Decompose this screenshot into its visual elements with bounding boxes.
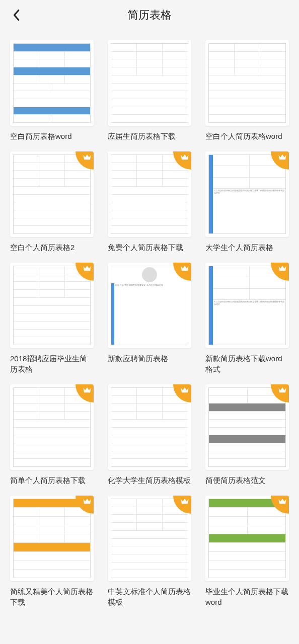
page-title: 简历表格 xyxy=(0,8,299,23)
template-thumbnail[interactable] xyxy=(10,263,94,348)
template-title: 新款应聘简历表格 xyxy=(108,353,191,364)
template-card[interactable]: 简单个人简历表格下载 xyxy=(10,384,94,486)
template-title: 新款简历表格下载word格式 xyxy=(205,353,289,374)
template-thumbnail[interactable] xyxy=(10,496,94,581)
template-thumbnail[interactable] xyxy=(205,384,289,470)
template-thumbnail[interactable] xyxy=(10,384,94,470)
template-card[interactable]: 姓名 年龄 学历 求职意向 教育背景 工作经历 项目经验新款应聘简历表格 xyxy=(108,263,191,374)
template-thumbnail[interactable]: 个人简历内容示例文本段落描述求职意向教育背景工作经历项目经验技能专长自我评价 xyxy=(205,263,289,348)
template-card[interactable]: 毕业生个人简历表格下载word xyxy=(205,496,289,607)
template-thumbnail[interactable]: 个人简历内容示例文本段落描述求职意向教育背景工作经历项目经验技能专长自我评价 xyxy=(205,151,289,237)
template-title: 毕业生个人简历表格下载word xyxy=(205,586,289,607)
template-title: 简便简历表格范文 xyxy=(205,475,289,486)
template-thumbnail[interactable] xyxy=(108,40,191,126)
template-card[interactable]: 空白个人简历表格word xyxy=(205,40,289,141)
template-title: 免费个人简历表格下载 xyxy=(108,242,191,253)
template-card[interactable]: 免费个人简历表格下载 xyxy=(108,151,191,253)
template-thumbnail[interactable] xyxy=(205,40,289,126)
template-card[interactable]: 2018招聘应届毕业生简历表格 xyxy=(10,263,94,374)
template-card[interactable]: 个人简历内容示例文本段落描述求职意向教育背景工作经历项目经验技能专长自我评价大学… xyxy=(205,151,289,253)
template-title: 空白个人简历表格word xyxy=(205,131,289,141)
template-card[interactable]: 应届生简历表格下载 xyxy=(108,40,191,141)
template-thumbnail[interactable]: 姓名 年龄 学历 求职意向 教育背景 工作经历 项目经验 xyxy=(108,263,191,348)
template-title: 2018招聘应届毕业生简历表格 xyxy=(10,353,94,374)
template-title: 简练又精美个人简历表格下载 xyxy=(10,586,94,607)
template-thumbnail[interactable] xyxy=(108,384,191,470)
template-thumbnail[interactable] xyxy=(10,40,94,126)
template-thumbnail[interactable] xyxy=(10,151,94,237)
template-title: 空白个人简历表格2 xyxy=(10,242,94,253)
template-card[interactable]: 空白简历表格word xyxy=(10,40,94,141)
header: 简历表格 xyxy=(0,0,299,30)
template-title: 简单个人简历表格下载 xyxy=(10,475,94,486)
template-title: 化学大学生简历表格模板 xyxy=(108,475,191,486)
template-thumbnail[interactable] xyxy=(205,496,289,581)
template-card[interactable]: 简练又精美个人简历表格下载 xyxy=(10,496,94,607)
template-card[interactable]: 中英文标准个人简历表格模板 xyxy=(108,496,191,607)
template-card[interactable]: 简便简历表格范文 xyxy=(205,384,289,486)
template-title: 大学生个人简历表格 xyxy=(205,242,289,253)
template-thumbnail[interactable] xyxy=(108,151,191,237)
back-icon[interactable] xyxy=(10,9,22,21)
template-grid: 空白简历表格word应届生简历表格下载空白个人简历表格word空白个人简历表格2… xyxy=(0,30,299,607)
template-card[interactable]: 个人简历内容示例文本段落描述求职意向教育背景工作经历项目经验技能专长自我评价新款… xyxy=(205,263,289,374)
template-title: 应届生简历表格下载 xyxy=(108,131,191,141)
template-title: 空白简历表格word xyxy=(10,131,94,141)
template-card[interactable]: 空白个人简历表格2 xyxy=(10,151,94,253)
template-thumbnail[interactable] xyxy=(108,496,191,581)
template-card[interactable]: 化学大学生简历表格模板 xyxy=(108,384,191,486)
template-title: 中英文标准个人简历表格模板 xyxy=(108,586,191,607)
